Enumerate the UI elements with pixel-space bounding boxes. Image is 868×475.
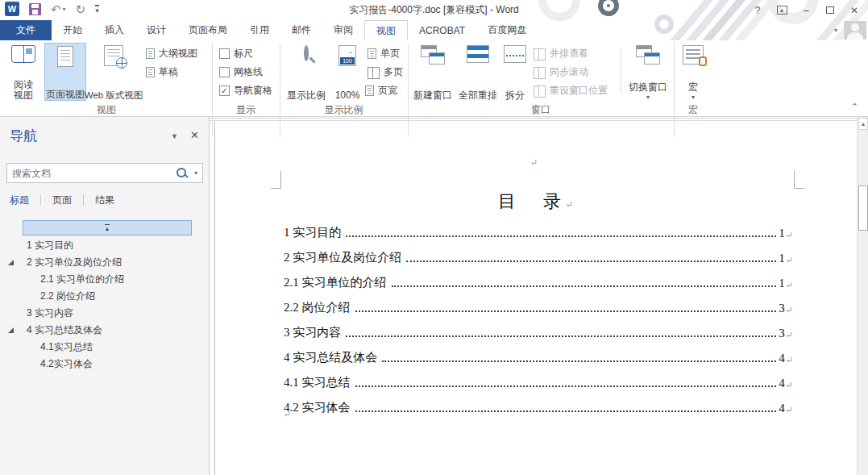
navigation-pane-checkbox[interactable]: ✓ 导航窗格 bbox=[219, 82, 272, 99]
close-button[interactable]: ✕ bbox=[842, 2, 866, 19]
toc-entry: 3 实习内容3↵ bbox=[284, 316, 793, 341]
synchronous-scrolling-button: 同步滚动 bbox=[534, 64, 588, 81]
paragraph-mark: ↵ bbox=[284, 409, 291, 419]
title-bar: W ↶ ▾ ↻ ▾ 实习报告-4000字.doc [兼容模式] - Word ?… bbox=[0, 0, 868, 20]
multiple-pages-button[interactable]: 多页 bbox=[368, 64, 403, 81]
macros-button[interactable]: 宏 ▾ bbox=[679, 43, 708, 101]
tab-view[interactable]: 视图 bbox=[364, 20, 408, 40]
text-boundary-mark bbox=[794, 171, 804, 189]
navigation-pane-menu-icon[interactable]: ▼ bbox=[171, 132, 178, 140]
group-separator bbox=[621, 48, 621, 94]
document-canvas[interactable]: ↵ 目 录↵ 1 实习目的1↵ 2 实习单位及岗位介绍1↵ 2.1 实习单位的介… bbox=[210, 117, 857, 475]
switch-windows-button[interactable]: 切换窗口 ▾ bbox=[625, 43, 671, 101]
group-separator bbox=[408, 44, 409, 137]
gridlines-checkbox-icon bbox=[219, 67, 230, 77]
collapse-triangle-icon[interactable] bbox=[8, 260, 14, 265]
document-search-box[interactable]: ▾ bbox=[6, 163, 203, 183]
help-button[interactable]: ? bbox=[745, 2, 770, 19]
heading-item[interactable]: 4.2实习体会 bbox=[40, 356, 93, 372]
print-layout-button[interactable]: 页面视图 bbox=[44, 43, 86, 101]
tab-baidu-netdisk[interactable]: 百度网盘 bbox=[476, 20, 538, 40]
ruler-checkbox[interactable]: 标尺 bbox=[219, 45, 253, 62]
navigation-pane-checkbox-icon: ✓ bbox=[219, 85, 230, 96]
heading-item[interactable]: 2.1 实习单位的介绍 bbox=[40, 271, 124, 287]
zoom-100-button[interactable]: → 100 100% bbox=[330, 43, 364, 101]
zoom-icon bbox=[297, 48, 315, 65]
vertical-scrollbar[interactable]: ▲ bbox=[857, 117, 868, 475]
collapse-triangle-icon[interactable] bbox=[8, 327, 14, 333]
ribbon-view-tab-content: 阅读视图 页面视图 Web 版式视图 大纲视图 草稿 视图 标尺 网格线 ✓ 导… bbox=[0, 40, 868, 117]
collapse-ribbon-icon[interactable]: ⌃ bbox=[851, 102, 858, 112]
macros-dropdown-icon: ▾ bbox=[691, 94, 695, 101]
toc-entry: 4.1 实习总结4↵ bbox=[284, 366, 793, 391]
reset-window-position-button: 重设窗口位置 bbox=[534, 82, 608, 99]
view-side-by-side-icon bbox=[534, 48, 546, 59]
one-page-button[interactable]: 单页 bbox=[368, 45, 400, 62]
tab-mailings[interactable]: 邮件 bbox=[280, 20, 322, 40]
ruler-checkbox-icon bbox=[219, 48, 230, 59]
selected-heading-item[interactable]: ▲ bbox=[23, 220, 192, 235]
tab-page-layout[interactable]: 页面布局 bbox=[177, 20, 239, 40]
ruler-label: 标尺 bbox=[234, 47, 253, 60]
search-icon[interactable] bbox=[177, 168, 188, 179]
arrange-all-button[interactable]: 全部重排 bbox=[456, 43, 500, 101]
heading-item[interactable]: 3 实习内容 bbox=[27, 305, 73, 321]
group-separator bbox=[280, 44, 280, 137]
scroll-up-icon[interactable]: ▲ bbox=[858, 118, 868, 130]
tab-references[interactable]: 引用 bbox=[239, 20, 280, 40]
tab-home[interactable]: 开始 bbox=[52, 20, 93, 40]
page-width-label: 页宽 bbox=[378, 84, 397, 98]
ribbon-display-options-button[interactable]: ▲ bbox=[770, 2, 794, 19]
read-mode-button[interactable]: 阅读视图 bbox=[5, 43, 42, 101]
new-window-button[interactable]: 新建窗口 bbox=[411, 43, 455, 101]
page-width-icon bbox=[365, 85, 374, 96]
navigation-pane-close-icon[interactable]: ✕ bbox=[190, 129, 199, 141]
tab-acrobat[interactable]: ACROBAT bbox=[408, 20, 476, 40]
heading-item[interactable]: 2 实习单位及岗位介绍 bbox=[27, 254, 122, 270]
maximize-button[interactable] bbox=[818, 2, 842, 19]
tab-review[interactable]: 审阅 bbox=[322, 20, 364, 40]
tab-file[interactable]: 文件 bbox=[0, 20, 52, 40]
macros-label: 宏 bbox=[688, 82, 698, 93]
navigation-pane-label: 导航窗格 bbox=[234, 84, 272, 98]
nav-tab-results[interactable]: 结果 bbox=[95, 194, 114, 207]
text-boundary-mark bbox=[271, 171, 281, 189]
scrollbar-thumb[interactable] bbox=[858, 185, 868, 231]
toc-entry: 2.2 岗位介绍3↵ bbox=[284, 291, 793, 316]
heading-item[interactable]: 2.2 岗位介绍 bbox=[40, 288, 95, 304]
tab-insert[interactable]: 插入 bbox=[93, 20, 135, 40]
search-input[interactable] bbox=[7, 168, 177, 179]
web-layout-label: Web 版式视图 bbox=[85, 90, 143, 101]
zoom-group-label: 显示比例 bbox=[280, 103, 408, 117]
heading-item[interactable]: 4 实习总结及体会 bbox=[27, 322, 102, 338]
outline-view-icon bbox=[146, 48, 155, 59]
gridlines-checkbox[interactable]: 网格线 bbox=[219, 64, 263, 81]
split-label: 拆分 bbox=[505, 90, 525, 101]
page-width-button[interactable]: 页宽 bbox=[365, 82, 397, 99]
maximize-icon bbox=[826, 6, 834, 14]
minimize-button[interactable]: – bbox=[794, 2, 818, 19]
signin-dropdown-icon[interactable]: ▾ bbox=[834, 27, 837, 34]
outline-view-button[interactable]: 大纲视图 bbox=[146, 45, 197, 62]
nav-tab-headings[interactable]: 标题 bbox=[10, 194, 29, 207]
views-group-label: 视图 bbox=[5, 103, 208, 117]
navigation-tabs: 标题 页面 结果 bbox=[10, 192, 114, 208]
multiple-pages-label: 多页 bbox=[384, 65, 403, 79]
web-layout-button[interactable]: Web 版式视图 bbox=[88, 43, 139, 101]
read-mode-label: 阅读视图 bbox=[10, 80, 37, 101]
new-window-label: 新建窗口 bbox=[413, 90, 452, 101]
search-dropdown-icon[interactable]: ▾ bbox=[194, 169, 197, 177]
group-separator bbox=[674, 44, 675, 137]
split-button[interactable]: 拆分 bbox=[501, 43, 529, 101]
zoom-button[interactable]: 显示比例 bbox=[284, 43, 329, 101]
navigation-pane-title: 导航 bbox=[10, 127, 37, 145]
user-avatar[interactable] bbox=[844, 21, 866, 40]
tab-design[interactable]: 设计 bbox=[135, 20, 177, 40]
heading-item[interactable]: 1 实习目的 bbox=[27, 237, 73, 253]
heading-item[interactable]: 4.1实习总结 bbox=[40, 339, 93, 355]
one-page-icon bbox=[368, 48, 376, 59]
nav-tab-pages[interactable]: 页面 bbox=[52, 194, 72, 207]
toc-entry: 4.2 实习体会4↵ bbox=[284, 391, 793, 416]
ribbon-display-options-icon: ▲ bbox=[777, 6, 787, 15]
draft-view-button[interactable]: 草稿 bbox=[146, 64, 178, 81]
